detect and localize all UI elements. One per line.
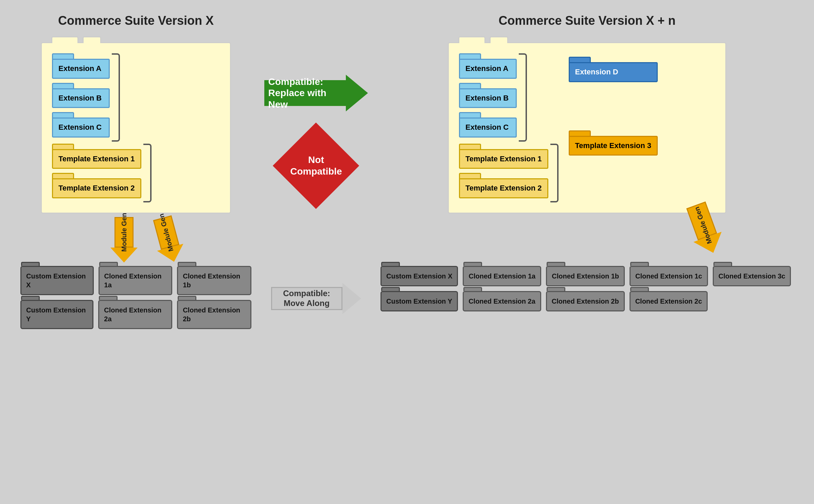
module-gen-arrow-2: Module Gen	[149, 214, 187, 265]
left-section: Commerce Suite Version X Extension A Ext	[20, 14, 251, 263]
right-ext-row2: Custom Extension Y Cloned Extension 2a C…	[381, 291, 794, 311]
right-suite-right-col: Extension D Template Extension 3	[569, 53, 658, 202]
cloned-ext-2b: Cloned Extension 2b	[177, 300, 251, 329]
tmpl-ext-1-folder: Template Extension 1	[52, 144, 141, 169]
module-gen-arrow-1: Module Gen	[110, 217, 138, 263]
template-bracket	[143, 144, 152, 202]
right-module-gen-area: Module Gen	[448, 214, 726, 254]
right-ext-row1: Custom Extension X Cloned Extension 1a C…	[381, 266, 794, 286]
custom-ext-x: Custom Extension X	[20, 266, 94, 295]
tmpl-ext-2-folder: Template Extension 2	[52, 173, 141, 198]
template-group: Template Extension 1 Template Extension …	[52, 144, 220, 202]
middle-bottom: Compatible: Move Along	[251, 266, 381, 314]
right-suite-box: Extension A Extension B Extension C	[448, 42, 726, 214]
left-suite-box: Extension A Extension B Extension C	[41, 42, 231, 214]
blue-bracket	[112, 53, 120, 142]
middle-section: Compatible:Replace with New Not Compatib…	[251, 14, 381, 200]
left-title: Commerce Suite Version X	[58, 14, 214, 28]
right-bottom-extensions: Custom Extension X Cloned Extension 1a C…	[381, 266, 794, 311]
right-title: Commerce Suite Version X + n	[498, 14, 675, 28]
left-ext-row2: Custom Extension Y Cloned Extension 2a C…	[20, 300, 251, 329]
compatible-replace: Compatible:Replace with New	[264, 75, 368, 111]
ext-b-folder: Extension B	[52, 83, 110, 108]
cloned-ext-1a: Cloned Extension 1a	[99, 266, 173, 295]
compatible-move: Compatible: Move Along	[271, 283, 361, 314]
right-section: Commerce Suite Version X + n Extension A	[381, 14, 794, 254]
module-gen-area-left: Module Gen Module Gen	[90, 217, 182, 263]
not-compatible: Not Compatible	[282, 132, 350, 200]
left-bottom-extensions: Custom Extension X Cloned Extension 1a C…	[20, 266, 251, 329]
page: Commerce Suite Version X Extension A Ext	[0, 0, 814, 504]
cloned-ext-1b: Cloned Extension 1b	[177, 266, 251, 295]
right-suite-inner: Extension A Extension B Extension C	[459, 53, 715, 202]
cloned-ext-2a: Cloned Extension 2a	[98, 300, 172, 329]
ext-a-folder: Extension A	[52, 53, 110, 79]
bottom-row: Custom Extension X Cloned Extension 1a C…	[0, 263, 814, 343]
right-suite-left-col: Extension A Extension B Extension C	[459, 53, 559, 202]
ext-c-folder: Extension C	[52, 112, 110, 138]
custom-ext-y: Custom Extension Y	[20, 300, 93, 329]
blue-group: Extension A Extension B Extension C	[52, 53, 220, 142]
left-ext-row1: Custom Extension X Cloned Extension 1a C…	[20, 266, 251, 295]
